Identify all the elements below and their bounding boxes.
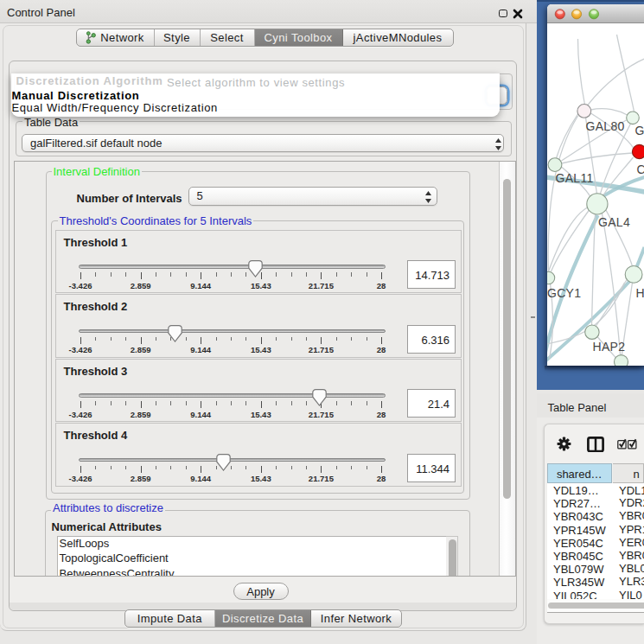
svg-text:GAL80: GAL80 (585, 119, 624, 133)
svg-text:GCY1: GCY1 (547, 286, 581, 300)
svg-text:HAP2: HAP2 (592, 340, 625, 354)
svg-text:CR: CR (636, 163, 644, 176)
svg-text:GAL11: GAL11 (555, 171, 593, 185)
svg-text:GA: GA (634, 124, 644, 137)
svg-text:GAL4: GAL4 (598, 215, 630, 229)
svg-text:HI: HI (635, 286, 644, 300)
